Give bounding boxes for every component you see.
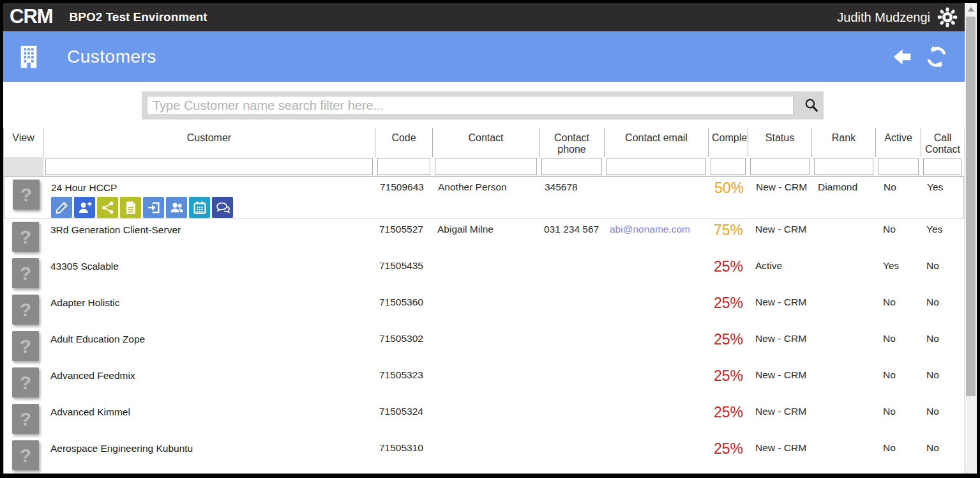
filter-input-rank[interactable] bbox=[814, 158, 873, 175]
calendar-button[interactable] bbox=[189, 197, 210, 218]
code-cell: 71505302 bbox=[375, 328, 433, 365]
filter-input-status[interactable] bbox=[750, 158, 810, 175]
code-cell: 71505310 bbox=[375, 438, 433, 474]
customer-name: Adult Education Zope bbox=[50, 333, 375, 345]
customer-cell: Aerospace Engineering Kubuntu bbox=[43, 438, 375, 474]
column-header-active[interactable]: Active bbox=[876, 128, 921, 157]
customer-cell: Adapter Holistic bbox=[43, 292, 375, 328]
complete-percent: 25% bbox=[709, 256, 748, 292]
customer-search-input[interactable] bbox=[147, 96, 794, 115]
column-header-customer[interactable]: Customer bbox=[43, 128, 375, 157]
column-header-call-contact[interactable]: Call Contact bbox=[921, 128, 964, 157]
contacts-button[interactable] bbox=[166, 197, 187, 218]
view-cell: ? bbox=[4, 365, 43, 401]
filter-input-active[interactable] bbox=[878, 158, 919, 175]
filter-input-contact-email[interactable] bbox=[607, 158, 706, 175]
filter-input-call-contact[interactable] bbox=[923, 158, 961, 175]
customer-cell: Adult Education Zope bbox=[43, 328, 375, 365]
call-contact-cell: No bbox=[921, 256, 964, 292]
share-icon bbox=[101, 201, 115, 215]
table-row[interactable]: ? Advanced Feedmix 71505323 25% New - CR… bbox=[4, 365, 964, 401]
view-button[interactable]: ? bbox=[12, 258, 39, 288]
table-row[interactable]: ? Adapter Holistic 71505360 25% New - CR… bbox=[4, 292, 964, 328]
table-row[interactable]: ? 43305 Scalable 71505435 25% Active Yes… bbox=[4, 256, 964, 292]
table-row[interactable]: ? Advanced Kimmel 71505324 25% New - CRM… bbox=[4, 401, 964, 438]
filter-input-contact[interactable] bbox=[435, 158, 537, 175]
add-contact-button[interactable] bbox=[74, 197, 95, 218]
table-header-row: ViewCustomerCodeContactContact phoneCont… bbox=[4, 128, 964, 157]
complete-percent: 25% bbox=[709, 365, 748, 401]
filter-cell-call-contact bbox=[921, 157, 964, 176]
column-header-rank[interactable]: Rank bbox=[812, 128, 876, 157]
column-header-status[interactable]: Status bbox=[748, 128, 812, 157]
column-header-contact[interactable]: Contact bbox=[433, 128, 539, 157]
scrollbar-thumb[interactable] bbox=[966, 17, 976, 396]
edit-button[interactable] bbox=[51, 197, 72, 218]
filter-input-code[interactable] bbox=[377, 158, 430, 175]
active-cell: Yes bbox=[876, 256, 921, 292]
status-cell: New - CRM bbox=[748, 328, 812, 365]
table-body: ? 24 Hour HCCP 71509643 Another Person 3… bbox=[4, 177, 964, 474]
app-window: CRM BPO2 Test Environment Judith Mudzeng… bbox=[0, 0, 980, 478]
column-header-contact-email[interactable]: Contact email bbox=[605, 128, 709, 157]
view-button[interactable]: ? bbox=[13, 180, 40, 210]
view-button[interactable]: ? bbox=[12, 331, 39, 361]
add-contact-icon bbox=[78, 201, 92, 215]
page-header: Customers bbox=[3, 31, 965, 82]
table-row[interactable]: ? 24 Hour HCCP 71509643 Another Person 3… bbox=[4, 177, 964, 219]
contact-cell bbox=[433, 328, 539, 365]
active-cell: No bbox=[876, 438, 921, 474]
user-name[interactable]: Judith Mudzengi bbox=[837, 10, 930, 25]
back-button[interactable] bbox=[889, 47, 915, 67]
filter-cell-active bbox=[876, 157, 921, 176]
view-button[interactable]: ? bbox=[12, 295, 39, 325]
column-header-complete[interactable]: Complete bbox=[709, 128, 748, 157]
contacts-icon bbox=[170, 201, 184, 215]
scrollbar-up-button[interactable] bbox=[965, 3, 977, 15]
filter-cell-contact bbox=[433, 157, 539, 176]
document-button[interactable] bbox=[120, 197, 141, 218]
customer-cell: Advanced Feedmix bbox=[43, 365, 375, 401]
contact-cell bbox=[433, 438, 539, 474]
column-header-view[interactable]: View bbox=[4, 128, 43, 157]
vertical-scrollbar[interactable] bbox=[965, 3, 977, 474]
share-button[interactable] bbox=[97, 197, 118, 218]
chat-icon bbox=[216, 201, 230, 215]
settings-button[interactable] bbox=[937, 6, 958, 28]
rank-cell bbox=[812, 328, 876, 365]
chat-button[interactable] bbox=[212, 197, 233, 218]
row-action-bar bbox=[51, 197, 376, 218]
status-cell: New - CRM bbox=[748, 401, 812, 438]
table-row[interactable]: ? 3Rd Generation Client-Server 71505527 … bbox=[4, 219, 964, 256]
search-button[interactable] bbox=[802, 97, 820, 115]
column-header-contact-phone[interactable]: Contact phone bbox=[539, 128, 605, 157]
view-button[interactable]: ? bbox=[12, 404, 39, 434]
filter-input-contact-phone[interactable] bbox=[541, 158, 602, 175]
calendar-icon bbox=[193, 201, 207, 215]
customer-cell: Advanced Kimmel bbox=[43, 401, 375, 438]
rank-cell bbox=[812, 219, 876, 256]
view-button[interactable]: ? bbox=[12, 222, 39, 252]
status-cell: New - CRM bbox=[748, 219, 812, 256]
filter-cell-contact-phone bbox=[539, 157, 605, 176]
filter-input-complete[interactable] bbox=[711, 158, 746, 175]
customer-name: Advanced Kimmel bbox=[50, 406, 375, 418]
contact-email-link[interactable]: abi@noname.com bbox=[610, 224, 690, 235]
table-row[interactable]: ? Adult Education Zope 71505302 25% New … bbox=[4, 328, 964, 365]
contact-cell bbox=[433, 365, 539, 401]
search-bar bbox=[142, 91, 824, 120]
rank-cell bbox=[812, 256, 876, 292]
contact-phone-cell bbox=[539, 365, 605, 401]
sign-in-button[interactable] bbox=[143, 197, 164, 218]
contact-email-cell bbox=[605, 328, 709, 365]
search-icon bbox=[803, 97, 819, 113]
refresh-button[interactable] bbox=[925, 45, 948, 68]
column-header-code[interactable]: Code bbox=[375, 128, 433, 157]
table-row[interactable]: ? Aerospace Engineering Kubuntu 71505310… bbox=[4, 438, 964, 474]
rank-cell: Diamond bbox=[813, 177, 877, 219]
crm-logo: CRM bbox=[7, 6, 56, 29]
view-cell: ? bbox=[4, 401, 43, 438]
filter-input-customer[interactable] bbox=[45, 158, 373, 175]
view-button[interactable]: ? bbox=[12, 440, 39, 470]
view-button[interactable]: ? bbox=[12, 367, 39, 397]
